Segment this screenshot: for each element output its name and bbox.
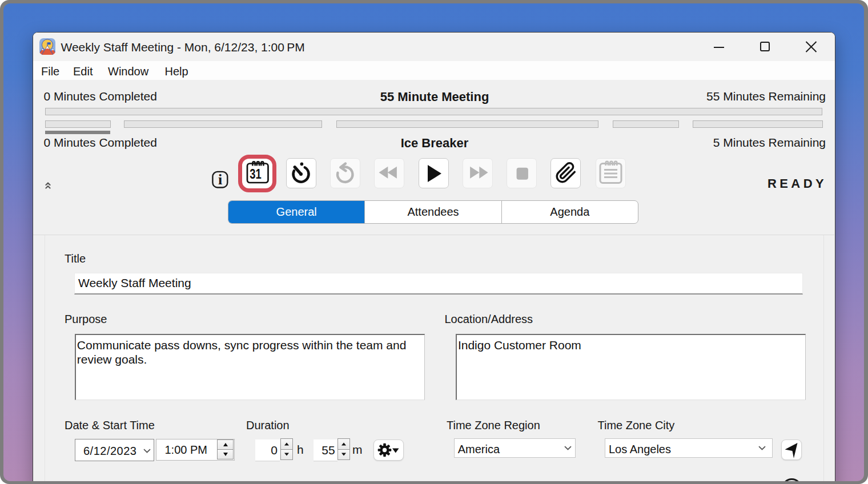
svg-text:31: 31 — [250, 166, 262, 182]
svg-text:i: i — [218, 171, 222, 188]
